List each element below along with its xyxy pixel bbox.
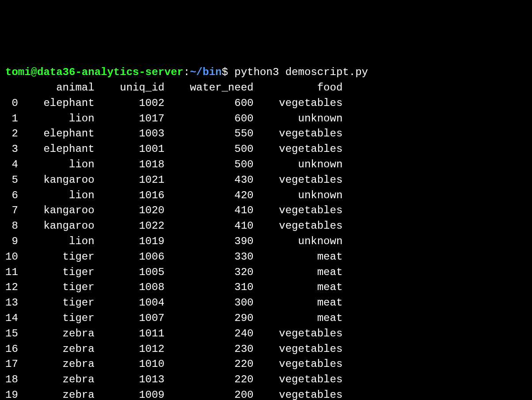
prompt-line-1: tomi@data36-analytics-server:~/bin$ pyth… bbox=[5, 66, 368, 78]
prompt-path: ~/bin bbox=[190, 66, 222, 78]
terminal-window[interactable]: tomi@data36-analytics-server:~/bin$ pyth… bbox=[5, 65, 527, 400]
prompt-colon: : bbox=[183, 66, 190, 78]
prompt-user-host: tomi@data36-analytics-server bbox=[5, 66, 183, 78]
dataframe-output: animal uniq_id water_need food 0 elephan… bbox=[5, 82, 342, 400]
prompt-dollar: $ bbox=[222, 66, 228, 78]
command-text: python3 demoscript.py bbox=[235, 66, 368, 78]
